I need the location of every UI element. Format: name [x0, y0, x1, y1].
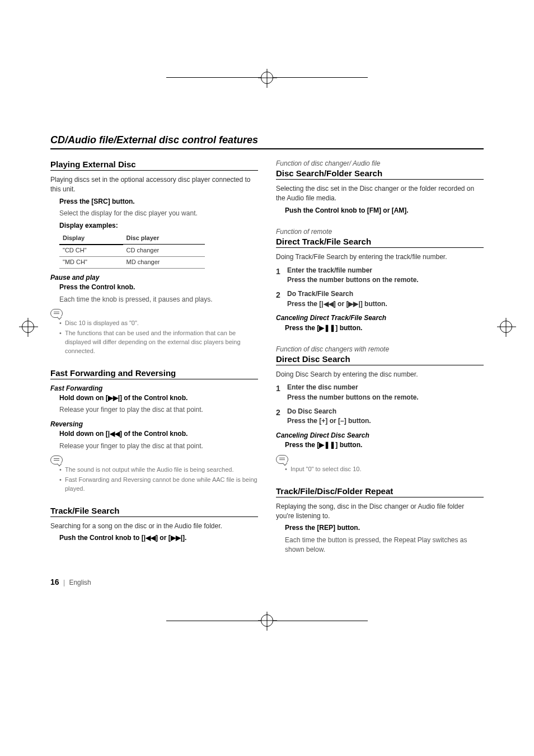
heading-fast-forward: Fast Forwarding and Reversing [50, 368, 258, 379]
list-item: Do Track/File Search Press the [|◀◀] or … [276, 289, 484, 309]
list-item: The functions that can be used and the i… [59, 329, 258, 356]
step-title: Do Disc Search [287, 407, 484, 416]
page-number: 16 [50, 577, 59, 586]
instruction: Press the [SRC] button. [59, 197, 258, 206]
note-icon [276, 455, 288, 464]
list-item: The sound is not output while the Audio … [59, 466, 258, 475]
intro-text: Playing discs set in the optional access… [50, 175, 258, 195]
instruction-sub: Release your finger to play the disc at … [59, 442, 258, 451]
instruction-sub: Release your finger to play the disc at … [59, 405, 258, 415]
note-icon [50, 456, 63, 464]
table-cell: CD changer [123, 245, 205, 256]
heading-direct-disc-search: Direct Disc Search [276, 354, 484, 365]
note-list: Input "0" to select disc 10. [276, 465, 484, 474]
two-column-layout: Playing External Disc Playing discs set … [50, 159, 484, 557]
step-body: Press the number buttons on the remote. [287, 275, 484, 285]
body-text: Playing discs set in the optional access… [50, 175, 258, 356]
separator: | [61, 579, 67, 586]
manual-page: CD/Audio file/External disc control feat… [0, 34, 534, 620]
heading-track-file-search: Track/File Search [50, 506, 258, 517]
heading-repeat: Track/File/Disc/Folder Repeat [276, 486, 484, 497]
table-row: "CD CH" CD changer [59, 245, 205, 256]
list-item: Enter the disc number Press the number b… [276, 383, 484, 402]
note-list: The sound is not output while the Audio … [50, 466, 258, 494]
table-header: Display [59, 233, 123, 245]
instruction-sub: Each time the button is pressed, the Rep… [285, 536, 484, 555]
step-body: Press the [+] or [–] button. [287, 416, 484, 426]
display-examples-table: Display Disc player "CD CH" CD changer "… [59, 233, 205, 269]
instruction-sub: Each time the knob is pressed, it pauses… [59, 295, 258, 304]
left-column: Playing External Disc Playing discs set … [50, 159, 258, 557]
list-item: Input "0" to select disc 10. [285, 465, 484, 474]
instruction: Push the Control knob to [|◀◀] or [▶▶|]. [59, 533, 258, 543]
step-list: Enter the disc number Press the number b… [276, 383, 484, 426]
subheading-reversing: Reversing [50, 420, 258, 429]
heading-playing-external-disc: Playing External Disc [50, 159, 258, 171]
subheading-cancel: Canceling Direct Disc Search [276, 431, 484, 440]
instruction: Hold down on [▶▶|] of the Control knob. [59, 393, 258, 403]
instruction: Press the [▶❚❚] button. [285, 323, 484, 333]
step-list: Enter the track/file number Press the nu… [276, 266, 484, 309]
intro-text: Doing Track/File Search by entering the … [276, 252, 484, 262]
list-item: Do Disc Search Press the [+] or [–] butt… [276, 407, 484, 426]
subheading-pause-play: Pause and play [50, 273, 258, 283]
table-cell: MD changer [123, 256, 205, 268]
context-label: Function of disc changers with remote [276, 345, 484, 353]
registration-mark-bottom [0, 609, 534, 631]
right-column: Function of disc changer/ Audio file Dis… [276, 159, 484, 557]
table-cell: "CD CH" [59, 245, 123, 256]
step-title: Enter the disc number [287, 383, 484, 392]
heading-disc-folder-search: Disc Search/Folder Search [276, 168, 484, 180]
context-label: Function of disc changer/ Audio file [276, 159, 484, 167]
page-footer: 16 | English [50, 577, 484, 586]
table-header-row: Display Disc player [59, 233, 205, 245]
instruction: Press the [▶❚❚] button. [285, 440, 484, 450]
note-icon [50, 309, 63, 318]
table-header: Disc player [123, 233, 205, 245]
examples-label: Display examples: [59, 221, 258, 231]
table-row: "MD CH" MD changer [59, 256, 205, 268]
step-title: Enter the track/file number [287, 266, 484, 275]
list-item: Disc 10 is displayed as "0". [59, 319, 258, 328]
body-text: Doing Track/File Search by entering the … [276, 252, 484, 333]
crosshair-icon [261, 614, 273, 627]
body-text: Selecting the disc set in the Disc chang… [276, 184, 484, 215]
step-body: Press the [|◀◀] or [▶▶|] button. [287, 299, 484, 309]
list-item: Enter the track/file number Press the nu… [276, 266, 484, 285]
instruction: Press the [REP] button. [285, 523, 484, 533]
body-text: Replaying the song, disc in the Disc cha… [276, 502, 484, 555]
instruction: Hold down on [|◀◀] of the Control knob. [59, 429, 258, 439]
subheading-fast-forwarding: Fast Forwarding [50, 384, 258, 393]
language-label: English [69, 579, 91, 586]
intro-text: Replaying the song, disc in the Disc cha… [276, 502, 484, 522]
context-label: Function of remote [276, 228, 484, 236]
body-text: Fast Forwarding Hold down on [▶▶|] of th… [50, 384, 258, 494]
instruction: Press the Control knob. [59, 283, 258, 292]
subheading-cancel: Canceling Direct Track/File Search [276, 313, 484, 323]
instruction: Push the Control knob to [FM] or [AM]. [285, 206, 484, 215]
intro-text: Selecting the disc set in the Disc chang… [276, 184, 484, 204]
list-item: Fast Forwarding and Reversing cannot be … [59, 476, 258, 494]
step-title: Do Track/File Search [287, 289, 484, 299]
table-cell: "MD CH" [59, 256, 123, 268]
page-title: CD/Audio file/External disc control feat… [50, 134, 484, 149]
heading-direct-track-search: Direct Track/File Search [276, 237, 484, 248]
body-text: Doing Disc Search by entering the disc n… [276, 370, 484, 474]
step-body: Press the number buttons on the remote. [287, 393, 484, 402]
note-list: Disc 10 is displayed as "0". The functio… [50, 319, 258, 356]
intro-text: Doing Disc Search by entering the disc n… [276, 370, 484, 379]
intro-text: Searching for a song on the disc or in t… [50, 522, 258, 531]
instruction-sub: Select the display for the disc player y… [59, 209, 258, 218]
body-text: Searching for a song on the disc or in t… [50, 522, 258, 543]
